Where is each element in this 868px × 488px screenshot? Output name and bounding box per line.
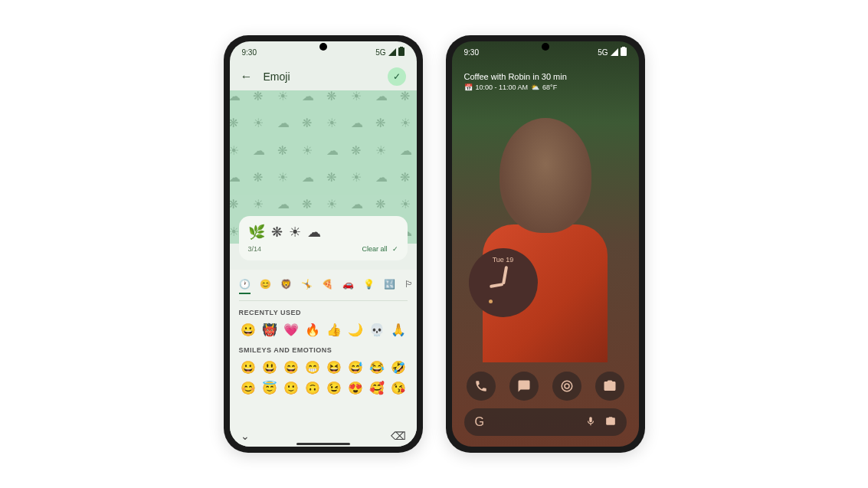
selected-emoji[interactable]: ☁ — [307, 224, 321, 241]
check-icon: ✓ — [392, 245, 398, 253]
clock-date: Tue 19 — [493, 256, 514, 264]
tab-activity[interactable]: 🤸 — [301, 279, 313, 294]
emoji-item[interactable]: 😇 — [260, 379, 279, 397]
search-bar[interactable]: G — [464, 408, 627, 436]
glance-details: 📅 10:00 - 11:00 AM ⛅ 68°F — [464, 84, 567, 91]
dock-messages-icon[interactable] — [509, 372, 539, 401]
category-tabs: 🕐 😊 🦁 🤸 🍕 🚗 💡 🔣 🏳 — [239, 276, 408, 301]
selected-emojis: 🌿 ❋ ☀ ☁ — [248, 224, 398, 241]
lens-icon[interactable] — [605, 416, 616, 429]
tab-animals[interactable]: 🦁 — [280, 279, 292, 294]
clock-widget[interactable]: Tue 19 — [469, 248, 538, 317]
svg-rect-1 — [400, 47, 403, 48]
emoji-item[interactable]: 😘 — [389, 379, 408, 397]
signal-icon — [388, 48, 396, 56]
signal-icon — [611, 48, 618, 56]
tab-objects[interactable]: 💡 — [363, 279, 375, 294]
mic-icon[interactable] — [585, 416, 596, 429]
emoji-item[interactable]: 🥰 — [368, 379, 386, 397]
keyboard-footer: ⌄ ⌫ — [230, 430, 417, 442]
status-time: 9:30 — [464, 48, 479, 57]
clock-indicator — [489, 300, 493, 303]
tab-travel[interactable]: 🚗 — [342, 279, 354, 294]
smileys-row-1: 😀 😃 😄 😁 😆 😅 😂 🤣 — [239, 359, 408, 376]
clock-face — [484, 265, 522, 303]
confirm-button[interactable]: ✓ — [388, 67, 406, 86]
svg-rect-3 — [622, 47, 625, 48]
backspace-icon[interactable]: ⌫ — [391, 430, 406, 442]
svg-point-5 — [565, 384, 569, 388]
smileys-row-2: 😊 😇 🙂 🙃 😉 😍 🥰 😘 — [239, 379, 408, 397]
network-label: 5G — [598, 48, 608, 57]
phone-homescreen: 9:30 5G Coffee with Robin in 30 min 📅 10… — [446, 35, 645, 453]
glance-temp: 68°F — [542, 84, 557, 91]
glance-event-title: Coffee with Robin in 30 min — [464, 72, 567, 81]
emoji-item[interactable]: 😀 — [239, 321, 257, 339]
emoji-item[interactable]: 😂 — [368, 359, 386, 376]
tab-smileys[interactable]: 😊 — [260, 279, 271, 294]
section-smileys-label: SMILEYS AND EMOTIONS — [239, 346, 408, 354]
tab-food[interactable]: 🍕 — [322, 279, 333, 294]
emoji-item[interactable]: 👹 — [260, 321, 279, 339]
emoji-item[interactable]: 💗 — [282, 321, 300, 339]
svg-rect-0 — [398, 47, 405, 56]
camera-notch — [542, 43, 549, 51]
emoji-item[interactable]: 🔥 — [303, 321, 322, 339]
selected-emoji[interactable]: 🌿 — [248, 224, 265, 241]
emoji-picker-panel: 🕐 😊 🦁 🤸 🍕 🚗 💡 🔣 🏳 RECENTLY USED 😀 👹 💗 🔥 … — [230, 270, 417, 447]
tab-recent[interactable]: 🕐 — [239, 279, 251, 294]
calendar-icon: 📅 — [464, 84, 473, 91]
header-title: Emoji — [264, 70, 290, 83]
selection-count: 3/14 — [248, 245, 262, 253]
emoji-item[interactable]: 😆 — [325, 359, 343, 376]
emoji-item[interactable]: 🌙 — [346, 321, 365, 339]
glance-time: 10:00 - 11:00 AM — [476, 84, 529, 91]
weather-icon: ⛅ — [531, 84, 539, 91]
emoji-item[interactable]: 🙂 — [282, 379, 300, 397]
wallpaper-image — [467, 95, 624, 362]
battery-icon — [621, 47, 627, 57]
dock-camera-icon[interactable] — [595, 372, 624, 401]
emoji-item[interactable]: 😉 — [325, 379, 343, 397]
recent-emoji-row: 😀 👹 💗 🔥 👍 🌙 💀 🙏 — [239, 321, 408, 339]
selection-card: 🌿 ❋ ☀ ☁ 3/14 Clear all ✓ — [239, 216, 408, 260]
emoji-item[interactable]: 🙃 — [303, 379, 322, 397]
emoji-item[interactable]: 😀 — [239, 359, 257, 376]
section-recent-label: RECENTLY USED — [239, 309, 408, 316]
at-a-glance[interactable]: Coffee with Robin in 30 min 📅 10:00 - 11… — [464, 72, 567, 91]
emoji-item[interactable]: 😊 — [239, 379, 257, 397]
back-arrow-icon[interactable]: ← — [241, 70, 253, 84]
collapse-keyboard-icon[interactable]: ⌄ — [241, 430, 250, 442]
camera-notch — [319, 43, 327, 51]
status-time: 9:30 — [242, 48, 257, 57]
emoji-header: ← Emoji ✓ — [230, 63, 417, 90]
dock-phone-icon[interactable] — [467, 372, 496, 401]
tab-flags[interactable]: 🏳 — [405, 279, 414, 294]
selected-emoji[interactable]: ❋ — [271, 224, 283, 241]
emoji-item[interactable]: 😃 — [260, 359, 279, 376]
google-g-icon: G — [475, 415, 484, 429]
emoji-item[interactable]: 🤣 — [389, 359, 408, 376]
emoji-item[interactable]: 🙏 — [389, 321, 408, 339]
clear-all-button[interactable]: Clear all ✓ — [362, 245, 398, 253]
emoji-item[interactable]: 💀 — [368, 321, 386, 339]
tab-symbols[interactable]: 🔣 — [384, 279, 395, 294]
svg-point-4 — [562, 381, 572, 391]
nav-handle[interactable] — [296, 443, 350, 445]
dock-chrome-icon[interactable] — [552, 372, 581, 401]
emoji-item[interactable]: 😅 — [346, 359, 365, 376]
selected-emoji[interactable]: ☀ — [289, 224, 301, 241]
network-label: 5G — [375, 48, 385, 57]
emoji-item[interactable]: 👍 — [325, 321, 343, 339]
svg-rect-2 — [621, 47, 627, 56]
emoji-item[interactable]: 😍 — [346, 379, 365, 397]
dock — [452, 372, 639, 401]
emoji-item[interactable]: 😄 — [282, 359, 300, 376]
emoji-item[interactable]: 😁 — [303, 359, 322, 376]
phone-emoji-picker: 9:30 5G ← Emoji ✓ ☁❋☀☁❋☀☁❋ ❋☀☁❋☀☁❋☀ ☀☁❋☀… — [224, 35, 423, 453]
battery-icon — [398, 47, 405, 57]
